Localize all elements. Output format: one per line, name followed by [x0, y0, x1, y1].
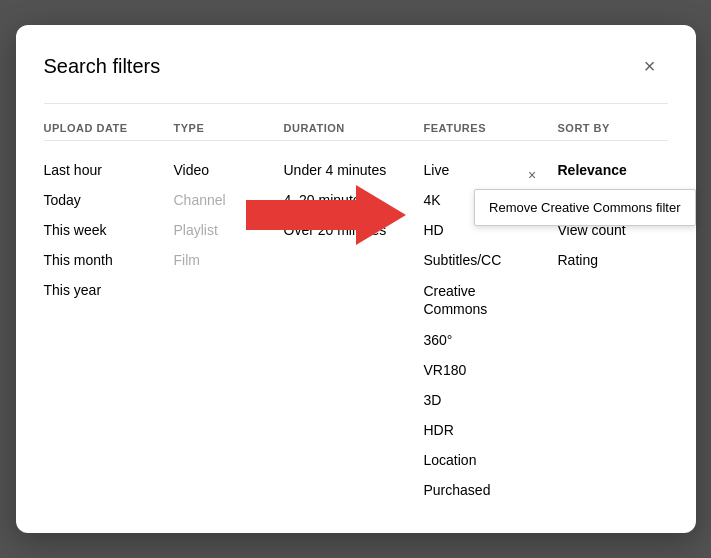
sort-by-header: SORT BY: [558, 122, 668, 141]
filter-4-20[interactable]: 4–20 minutes: [284, 185, 424, 215]
header-divider: [44, 103, 668, 104]
type-header: TYPE: [174, 122, 284, 141]
filter-subtitles[interactable]: Subtitles/CC: [424, 245, 558, 275]
modal-title: Search filters: [44, 55, 161, 78]
duration-header: DURATION: [284, 122, 424, 141]
filter-rating[interactable]: Rating: [558, 245, 668, 275]
filter-film: Film: [174, 245, 284, 275]
type-column: TYPE Video Channel Playlist Film: [174, 122, 284, 505]
filter-location[interactable]: Location: [424, 445, 558, 475]
filter-last-hour[interactable]: Last hour: [44, 155, 174, 185]
filter-purchased[interactable]: Purchased: [424, 475, 558, 505]
filter-creative-commons-row[interactable]: CreativeCommons: [424, 275, 558, 325]
filter-creative-commons[interactable]: CreativeCommons: [424, 282, 488, 318]
filter-this-year[interactable]: This year: [44, 275, 174, 305]
filter-channel: Channel: [174, 185, 284, 215]
modal-header: Search filters ×: [44, 49, 668, 85]
filter-today[interactable]: Today: [44, 185, 174, 215]
search-filters-modal: Search filters × UPLOAD DATE Last hour T…: [16, 25, 696, 533]
filter-playlist: Playlist: [174, 215, 284, 245]
filter-this-week[interactable]: This week: [44, 215, 174, 245]
tooltip-text[interactable]: Remove Creative Commons filter: [474, 189, 695, 226]
filter-this-month[interactable]: This month: [44, 245, 174, 275]
filter-360[interactable]: 360°: [424, 325, 558, 355]
filter-vr180[interactable]: VR180: [424, 355, 558, 385]
features-header: FEATURES: [424, 122, 558, 141]
filter-3d[interactable]: 3D: [424, 385, 558, 415]
duration-column: DURATION Under 4 minutes 4–20 minutes Ov…: [284, 122, 424, 505]
filter-video[interactable]: Video: [174, 155, 284, 185]
upload-date-column: UPLOAD DATE Last hour Today This week Th…: [44, 122, 174, 505]
creative-commons-tooltip: × Remove Creative Commons filter: [474, 173, 695, 226]
filter-hdr[interactable]: HDR: [424, 415, 558, 445]
upload-date-header: UPLOAD DATE: [44, 122, 174, 141]
filter-under-4[interactable]: Under 4 minutes: [284, 155, 424, 185]
filter-over-20[interactable]: Over 20 minutes: [284, 215, 424, 245]
tooltip-close-button[interactable]: ×: [522, 165, 542, 185]
modal-close-button[interactable]: ×: [632, 49, 668, 85]
